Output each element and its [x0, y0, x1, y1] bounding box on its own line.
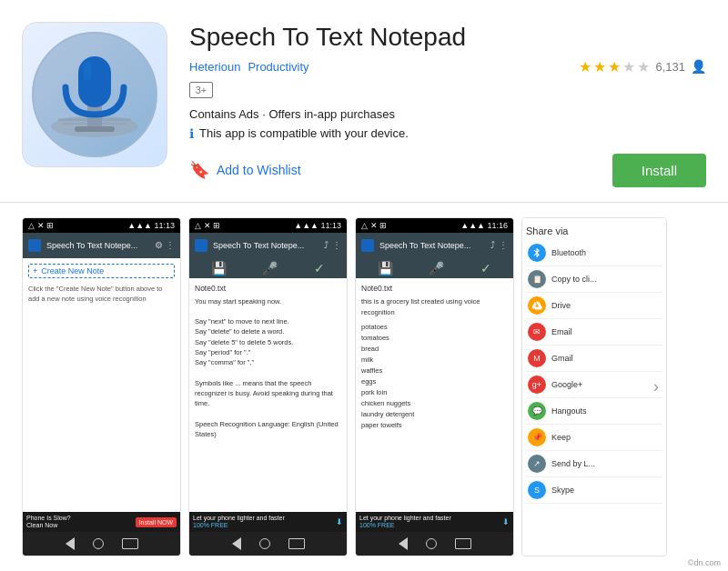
save-icon-2: 💾 — [211, 261, 227, 275]
share-icon-2: ⤴ — [324, 240, 329, 250]
share-skype[interactable]: S Skype — [526, 477, 662, 504]
phone-content-3: Note0.txt this is a grocery list created… — [356, 278, 513, 512]
hangouts-icon: 💬 — [528, 402, 546, 420]
check-icon-3: ✓ — [480, 261, 491, 275]
hint-text: Click the "Create New Note" button above… — [28, 284, 175, 305]
menu-icon-2: ⋮ — [332, 240, 341, 250]
app-icon-bar-3 — [361, 239, 374, 252]
share-title: Share via — [526, 222, 662, 240]
mic-icon-3: 🎤 — [429, 261, 444, 275]
note-title-2: Note0.txt — [195, 284, 341, 293]
copy-label: Copy to cli... — [551, 275, 597, 284]
gmail-icon: M — [528, 349, 546, 367]
status-bar-2: △ ✕ ⊞ ▲▲▲ 11:13 — [189, 218, 347, 233]
action-bar-1: Speech To Text Notepe... ⚙ ⋮ — [23, 233, 180, 258]
screenshots-row: △ ✕ ⊞ ▲▲▲ 11:13 Speech To Text Notepe...… — [0, 203, 728, 571]
action-bar-3: Speech To Text Notepe... ⤴ ⋮ — [356, 233, 513, 258]
share-panel: Share via Bluetooth 📋 Copy to cli... — [522, 218, 666, 507]
recents-btn-2[interactable] — [288, 538, 305, 549]
share-panel-container: Share via Bluetooth 📋 Copy to cli... — [522, 218, 666, 556]
star-3: ★ — [608, 58, 621, 75]
phone-content-2: Note0.txt You may start speaking now.Say… — [189, 278, 347, 512]
action-bar-2: Speech To Text Notepe... ⤴ ⋮ — [189, 233, 347, 258]
star-4: ★ — [622, 58, 635, 75]
install-button[interactable]: Install — [612, 154, 706, 187]
ad-arrow-2: ⬇ — [336, 517, 343, 526]
plus-icon: + — [33, 266, 37, 275]
skype-label: Skype — [551, 486, 574, 495]
recents-btn-3[interactable] — [455, 538, 471, 549]
share-copy[interactable]: 📋 Copy to cli... — [526, 266, 662, 293]
screenshot-1: △ ✕ ⊞ ▲▲▲ 11:13 Speech To Text Notepe...… — [22, 217, 181, 556]
share-keep[interactable]: 📌 Keep — [526, 425, 662, 451]
grocery-intro: this is a grocery list created using voi… — [361, 296, 508, 318]
home-btn-3[interactable] — [426, 538, 437, 549]
keep-label: Keep — [551, 433, 571, 442]
action-icons-1: ⚙ ⋮ — [155, 240, 175, 250]
person-icon: 👤 — [691, 59, 706, 74]
check-icon-2: ✓ — [314, 261, 325, 275]
gmail-label: Gmail — [551, 354, 573, 363]
share-hangouts[interactable]: 💬 Hangouts — [526, 398, 662, 425]
info-icon: ℹ — [189, 126, 194, 141]
recents-btn-1[interactable] — [122, 538, 138, 549]
share-google-plus[interactable]: g+ Google+ — [526, 372, 662, 398]
status-left-2: △ ✕ ⊞ — [195, 221, 220, 230]
sub-bar-2: 💾 🎤 ✓ — [189, 258, 347, 278]
home-btn-1[interactable] — [93, 538, 104, 549]
status-right-2: ▲▲▲ 11:13 — [294, 221, 341, 230]
ad-install-btn-1[interactable]: Install NOW — [136, 517, 177, 527]
phone-content-1: + Create New Note Click the "Create New … — [23, 258, 180, 512]
bookmark-icon: 🔖 — [189, 160, 209, 180]
developer-link[interactable]: Heterioun — [189, 60, 240, 74]
bottom-bar-3 — [356, 532, 513, 556]
compatible-text: This app is compatible with your device. — [199, 126, 409, 140]
share-drive[interactable]: Drive — [526, 293, 662, 319]
app-icon — [22, 22, 167, 167]
app-icon-bar-2 — [195, 239, 207, 252]
app-icon-container — [22, 22, 167, 167]
drive-label: Drive — [551, 301, 571, 310]
share-send[interactable]: ↗ Send by L... — [526, 451, 662, 477]
share-icon-3: ⤴ — [490, 240, 495, 250]
create-note-btn[interactable]: + Create New Note — [28, 264, 175, 278]
send-label: Send by L... — [551, 459, 595, 468]
back-btn-2[interactable] — [232, 537, 241, 550]
wishlist-label: Add to Wishlist — [217, 163, 301, 177]
share-bluetooth[interactable]: Bluetooth — [526, 240, 662, 266]
share-gmail[interactable]: M Gmail — [526, 346, 662, 372]
category-link[interactable]: Productivity — [248, 60, 308, 74]
svg-rect-3 — [75, 126, 115, 132]
star-5: ★ — [637, 58, 650, 75]
send-icon: ↗ — [528, 455, 546, 473]
home-btn-2[interactable] — [259, 538, 270, 549]
grocery-items: potatoestomatoesbreadmilkwaffleseggspork… — [361, 322, 508, 431]
ad-text-1: Phone Is Slow?Clean Now — [26, 515, 132, 530]
app-meta-row: Heterioun Productivity ★ ★ ★ ★ ★ 6,131 👤 — [189, 58, 706, 75]
star-1: ★ — [579, 58, 592, 75]
status-left-1: △ ✕ ⊞ — [28, 221, 54, 230]
star-2: ★ — [593, 58, 606, 75]
scroll-right-chevron[interactable]: › — [653, 377, 659, 396]
status-bar-3: △ ✕ ⊞ ▲▲▲ 11:16 — [356, 218, 513, 233]
ad-arrow-3: ⬇ — [502, 517, 510, 526]
ads-text: Contains Ads · Offers in-app purchases — [189, 107, 706, 121]
phone-screen-2: △ ✕ ⊞ ▲▲▲ 11:13 Speech To Text Notepe...… — [189, 218, 347, 556]
screenshot-2: △ ✕ ⊞ ▲▲▲ 11:13 Speech To Text Notepe...… — [188, 217, 348, 556]
back-btn-3[interactable] — [399, 537, 408, 550]
email-icon: ✉ — [528, 323, 546, 341]
back-btn-1[interactable] — [66, 537, 75, 550]
bluetooth-icon — [528, 244, 546, 262]
app-title: Speech To Text Notepad — [189, 22, 706, 53]
status-right-1: ▲▲▲ 11:13 — [127, 221, 175, 230]
share-email[interactable]: ✉ Email — [526, 319, 662, 346]
menu-icon-3: ⋮ — [499, 240, 508, 250]
watermark: ©dn.com — [688, 558, 721, 567]
screenshot-4: Share via Bluetooth 📋 Copy to cli... — [521, 217, 667, 556]
bottom-bar-1 — [23, 532, 180, 556]
app-info: Speech To Text Notepad Heterioun Product… — [189, 22, 706, 187]
screenshots-section: △ ✕ ⊞ ▲▲▲ 11:13 Speech To Text Notepe...… — [0, 203, 728, 571]
wishlist-button[interactable]: 🔖 Add to Wishlist — [189, 160, 301, 180]
action-row: 🔖 Add to Wishlist Install — [189, 154, 706, 187]
app-icon-bar-1 — [28, 239, 41, 252]
